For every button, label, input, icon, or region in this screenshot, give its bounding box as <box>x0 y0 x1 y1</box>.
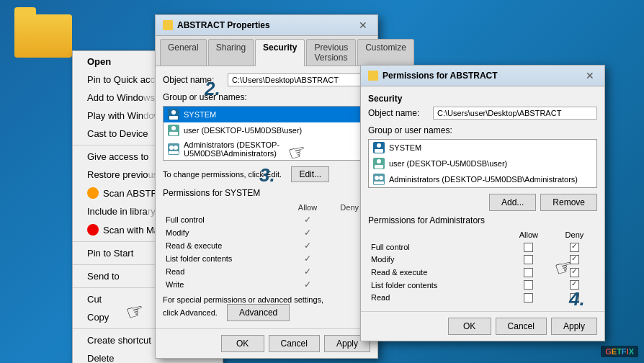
perm-read-name: Read <box>163 265 287 278</box>
perm-title-icon <box>368 71 378 81</box>
perm-ad-full-allow <box>506 241 552 254</box>
user-user-icon <box>168 125 179 136</box>
object-name-value: C:\Users\Desktop\ABSTRACT <box>228 73 370 86</box>
admin-name: Administrators (DESKTOP-U5M0DSB\Administ… <box>184 140 365 158</box>
perm-admin-icon <box>373 174 385 185</box>
perm-read-execute: Read & execute ✓ <box>163 239 370 252</box>
svg-point-7 <box>169 145 174 150</box>
tab-security[interactable]: Security <box>255 39 305 66</box>
logo-x: X <box>629 347 634 356</box>
read-exec-allow-cb[interactable] <box>524 268 533 277</box>
perm-system-name: SYSTEM <box>389 143 421 152</box>
scan-icon <box>87 187 99 199</box>
user-item-admin[interactable]: Administrators (DESKTOP-U5M0DSB\Administ… <box>164 138 370 160</box>
svg-point-1 <box>171 110 176 115</box>
add-remove-row: Add... Remove <box>368 194 597 211</box>
perm-cancel-button[interactable]: Cancel <box>496 318 547 335</box>
perm-for-system-label: Permissions for SYSTEM <box>163 188 370 198</box>
perm-write-allow: ✓ <box>287 278 329 291</box>
perm-write: Write ✓ <box>163 278 370 291</box>
perm-object-label: Object name: <box>368 108 433 118</box>
properties-cancel-button[interactable]: Cancel <box>269 335 320 352</box>
perm-admin-user[interactable]: Administrators (DESKTOP-U5M0DSB\Administ… <box>369 171 596 187</box>
perm-ad-read-allow <box>506 291 552 304</box>
perm-title: Permissions for ABSTRACT <box>383 71 498 81</box>
perm-full-allow: ✓ <box>287 213 329 226</box>
perm-ad-read-exec-allow <box>506 266 552 279</box>
perm-ad-list-allow <box>506 279 552 292</box>
perm-ok-button[interactable]: OK <box>448 318 491 335</box>
perm-list-allow: ✓ <box>287 252 329 265</box>
object-name-row: Object name: C:\Users\Desktop\ABSTRACT <box>163 73 370 86</box>
perm-allow-col: Allow <box>287 202 329 213</box>
perm-titlebar: Permissions for ABSTRACT ✕ <box>361 66 604 86</box>
titlebar-left: ABSTRACT Properties <box>163 20 270 30</box>
logo-f: F <box>622 347 627 356</box>
folder-tab <box>14 7 36 16</box>
user-item-system[interactable]: SYSTEM <box>164 107 370 122</box>
perm-name-col <box>163 202 287 213</box>
edit-button[interactable]: Edit... <box>291 166 329 182</box>
perm-full-control-name: Full control <box>163 213 287 226</box>
step2-label: 2. <box>205 78 220 100</box>
malware-icon <box>87 224 99 236</box>
perm-object-value: C:\Users\user\Desktop\ABSTRACT <box>433 107 597 120</box>
perm-user-system[interactable]: SYSTEM <box>369 140 596 156</box>
perm-user-user[interactable]: user (DESKTOP-U5M0DSB\user) <box>369 156 596 171</box>
perm-header-row: Allow Deny <box>163 202 370 213</box>
properties-title: ABSTRACT Properties <box>177 20 270 30</box>
tab-previous-versions[interactable]: Previous Versions <box>306 39 356 66</box>
perm-ad-read-exec-name: Read & execute <box>368 266 506 279</box>
read-allow-cb[interactable] <box>524 293 533 302</box>
svg-point-18 <box>379 176 383 180</box>
perm-user-list: SYSTEM user (DESKTOP-U5M0DSB\user) Admin… <box>368 139 597 188</box>
perm-close-button[interactable]: ✕ <box>583 70 597 81</box>
properties-footer: OK Cancel Apply <box>156 328 377 358</box>
admin-user-icon <box>168 143 179 155</box>
perm-ad-allow-header: Allow <box>506 229 552 241</box>
group-users-label: Group or user names: <box>163 92 370 102</box>
perm-admin-name: Administrators (DESKTOP-U5M0DSB\Administ… <box>389 175 578 184</box>
perm-system-icon <box>373 142 385 153</box>
perm-object-row: Object name: C:\Users\user\Desktop\ABSTR… <box>368 107 597 120</box>
perm-apply-button[interactable]: Apply <box>551 318 597 335</box>
add-button[interactable]: Add... <box>489 194 536 211</box>
properties-ok-button[interactable]: OK <box>221 335 264 352</box>
svg-point-14 <box>377 159 381 163</box>
properties-dialog: ABSTRACT Properties ✕ General Sharing Se… <box>155 14 378 359</box>
user-list: SYSTEM user (DESKTOP-U5M0DSB\user) Admin… <box>163 106 370 161</box>
advanced-button[interactable]: Advanced <box>227 304 290 321</box>
perm-dialog: Permissions for ABSTRACT ✕ Security Obje… <box>360 65 605 341</box>
svg-rect-12 <box>375 149 383 153</box>
perm-footer: OK Cancel Apply <box>361 311 604 341</box>
perm-list-folder-name: List folder contents <box>163 252 287 265</box>
properties-close-button[interactable]: ✕ <box>356 19 370 31</box>
list-allow-cb[interactable] <box>524 280 533 290</box>
full-allow-cb[interactable] <box>524 243 533 252</box>
properties-tab-bar: General Sharing Security Previous Versio… <box>156 36 377 66</box>
perm-modify-allow: ✓ <box>287 226 329 239</box>
perm-ad-name-header <box>368 229 506 241</box>
perm-titlebar-left: Permissions for ABSTRACT <box>368 71 498 81</box>
svg-rect-2 <box>169 116 178 120</box>
perm-group-label: Group or user names: <box>368 125 597 135</box>
modify-allow-cb[interactable] <box>524 255 533 264</box>
perm-ad-header: Allow Deny <box>368 229 597 241</box>
properties-body: Object name: C:\Users\Desktop\ABSTRACT G… <box>156 66 377 328</box>
tab-customize[interactable]: Customize <box>357 39 414 66</box>
folder-icon[interactable] <box>14 14 79 65</box>
folder-shape <box>14 14 72 58</box>
tab-sharing[interactable]: Sharing <box>208 39 254 66</box>
perm-read-execute-name: Read & execute <box>163 239 287 252</box>
title-folder-icon <box>163 20 173 30</box>
step3-label: 3. <box>259 164 275 187</box>
system-user-icon <box>168 109 179 120</box>
full-deny-cb[interactable] <box>570 243 579 252</box>
perm-ad-list: List folder contents <box>368 279 597 292</box>
tab-general[interactable]: General <box>160 39 207 66</box>
perm-modify: Modify ✓ <box>163 226 370 239</box>
user-item-user[interactable]: user (DESKTOP-U5M0DSB\user) <box>164 122 370 138</box>
remove-button[interactable]: Remove <box>540 194 597 211</box>
perm-security-label: Security <box>368 94 597 104</box>
perm-ad-deny-header: Deny <box>552 229 597 241</box>
